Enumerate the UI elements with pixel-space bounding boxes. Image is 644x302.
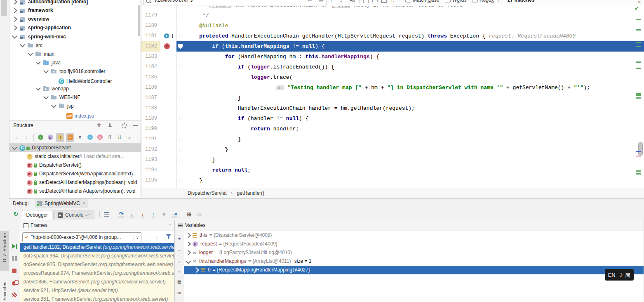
structure-item[interactable]: msetDetectAllHandlerAdapters(boolean): v… bbox=[9, 187, 141, 196]
force-step-into-icon[interactable]: ↓ bbox=[138, 210, 148, 219]
project-tree-item[interactable]: webapp bbox=[9, 84, 141, 93]
words-label[interactable]: Words bbox=[452, 0, 466, 5]
line-number[interactable]: 1179 bbox=[141, 10, 160, 21]
structure-group-by-defining-type-icon[interactable]: Y bbox=[76, 133, 84, 142]
code-line[interactable]: 1185 logger.trace( bbox=[141, 72, 644, 83]
chevron-down-icon[interactable] bbox=[12, 33, 17, 39]
project-tree-item[interactable]: CHelloWorldController bbox=[9, 76, 141, 84]
structure-show-properties-icon[interactable]: p bbox=[46, 133, 54, 142]
structure-show-inherited-icon[interactable]: ↑ bbox=[36, 133, 45, 142]
structure-expand-all-icon[interactable]: ⇈ bbox=[106, 133, 114, 142]
filter-icon[interactable]: Ab bbox=[350, 0, 355, 5]
breadcrumb-class[interactable]: DispatcherServlet bbox=[188, 190, 227, 196]
chevron-down-icon[interactable] bbox=[35, 85, 41, 91]
match-marker[interactable] bbox=[636, 19, 641, 20]
variable-row[interactable]: prequest= {RequestFacade@4009} bbox=[184, 240, 644, 248]
tab-console[interactable]: Console →* bbox=[53, 210, 94, 219]
structure-item[interactable]: mDispatcherServlet() bbox=[9, 161, 141, 170]
chevron-right-icon[interactable] bbox=[12, 25, 17, 31]
fold-marker-icon[interactable] bbox=[178, 147, 183, 152]
navigate-execution-icon[interactable] bbox=[164, 33, 169, 38]
chevron-down-icon[interactable] bbox=[12, 145, 17, 150]
project-tree-item[interactable]: overview bbox=[9, 15, 141, 24]
regex-checkbox[interactable] bbox=[472, 0, 478, 2]
chevron-right-icon[interactable] bbox=[186, 241, 191, 247]
collapse-all-icon[interactable]: ⇊ bbox=[108, 120, 112, 131]
caret-marker[interactable] bbox=[636, 151, 641, 152]
expand-all-icon[interactable]: ⇈ bbox=[97, 120, 101, 131]
fold-marker-icon[interactable] bbox=[178, 116, 183, 121]
regex-label[interactable]: Regex bbox=[479, 0, 494, 5]
line-number[interactable]: 1186 bbox=[141, 83, 160, 93]
project-tree-item[interactable]: JSPindex.jsp bbox=[9, 110, 141, 119]
code-line[interactable]: 1191 } bbox=[141, 134, 644, 144]
hide-panel-icon[interactable]: — bbox=[133, 120, 138, 131]
settings-menu-icon[interactable] bbox=[102, 210, 112, 219]
add-watch-icon[interactable]: + bbox=[175, 236, 184, 242]
step-over-icon[interactable]: ↷ bbox=[116, 210, 126, 219]
match-marker[interactable] bbox=[636, 46, 641, 47]
search-field[interactable]: ↩ ⊗ bbox=[143, 0, 327, 5]
chevron-down-icon[interactable] bbox=[186, 259, 191, 264]
chevron-down-icon[interactable] bbox=[51, 103, 56, 108]
stripe-button-favorites[interactable]: 2: Favorites bbox=[0, 280, 9, 302]
chevron-right-icon[interactable] bbox=[194, 267, 199, 273]
match-marker[interactable] bbox=[636, 61, 641, 63]
panel-menu-icon[interactable] bbox=[178, 224, 183, 227]
project-tree-item[interactable]: spring-application bbox=[9, 24, 141, 32]
stack-frame-row[interactable]: doDispatch:964, DispatcherServlet (org.s… bbox=[20, 252, 174, 260]
hide-frames-filter-icon[interactable] bbox=[166, 234, 171, 239]
line-number[interactable]: 1193 bbox=[141, 155, 160, 165]
project-scrollbar[interactable] bbox=[138, 5, 140, 36]
fold-marker-icon[interactable] bbox=[178, 137, 183, 142]
stack-frame-row[interactable]: getHandler:1182, DispatcherServlet (org.… bbox=[20, 243, 174, 252]
move-watch-down-icon[interactable]: ▼ bbox=[175, 269, 184, 275]
clear-icon[interactable]: ⊗ bbox=[319, 0, 323, 5]
project-tree-item[interactable]: spring-web-mvc bbox=[9, 32, 141, 41]
code-line[interactable]: 1186 o: "Testing handler map [" + hm + "… bbox=[141, 83, 644, 93]
match-marker[interactable] bbox=[636, 97, 641, 99]
code-line[interactable]: 1189 if (handler != null) { bbox=[141, 113, 644, 124]
debug-session-tab[interactable]: SpringWebMVC × bbox=[35, 199, 88, 208]
regex-help-icon[interactable]: ? bbox=[497, 0, 500, 5]
chevron-down-icon[interactable] bbox=[28, 51, 33, 56]
project-tree-item[interactable]: autoconfiguration [demo] bbox=[9, 0, 141, 6]
prev-frame-icon[interactable]: ↑ bbox=[145, 234, 148, 240]
search-input[interactable] bbox=[153, 0, 303, 5]
chevron-down-icon[interactable] bbox=[43, 68, 49, 73]
chevron-down-icon[interactable] bbox=[35, 59, 41, 65]
show-watches-icon[interactable]: ∞ bbox=[175, 290, 184, 296]
variable-row[interactable]: ∞this.handlerMappings= {ArrayList@4011}s… bbox=[184, 257, 644, 266]
evaluate-expression-icon[interactable]: ⊞ bbox=[184, 210, 194, 219]
fold-marker-icon[interactable] bbox=[178, 33, 183, 39]
prev-occurrence-icon[interactable]: ↑ bbox=[330, 0, 333, 5]
gear-icon[interactable] bbox=[122, 120, 127, 131]
stripe-button-structure[interactable]: 7: Structure bbox=[0, 231, 9, 271]
structure-collapse-all-icon[interactable]: ⇊ bbox=[115, 133, 124, 142]
line-number[interactable]: 1194 bbox=[141, 165, 160, 175]
chevron-right-icon[interactable] bbox=[12, 0, 17, 5]
breakpoint-marker[interactable] bbox=[636, 156, 641, 157]
code-line[interactable]: 1184 if (logger.isTraceEnabled()) { bbox=[141, 62, 644, 72]
code-line[interactable]: 1192 } bbox=[141, 144, 644, 155]
run-to-cursor-icon[interactable]: ⇥ bbox=[170, 210, 180, 219]
rerun-icon[interactable]: ↻ bbox=[13, 211, 19, 217]
move-watch-up-icon[interactable]: ▲ bbox=[175, 259, 184, 265]
structure-show-lambdas-icon[interactable]: λ bbox=[96, 133, 104, 142]
fold-marker-icon[interactable] bbox=[178, 54, 183, 59]
code-line[interactable]: 1180 @Nullable bbox=[141, 21, 644, 31]
structure-more-icon[interactable]: » bbox=[125, 133, 134, 142]
structure-item[interactable]: CDispatcherServlet bbox=[9, 144, 141, 152]
thread-dropdown[interactable]: ✓ "http-bio-8080-exec-3"@4,006 in group.… bbox=[22, 232, 141, 242]
match-marker[interactable] bbox=[636, 173, 641, 175]
project-tree-item[interactable]: WEB-INF bbox=[9, 93, 141, 101]
sort-icon[interactable]: ↑, bbox=[390, 0, 395, 5]
structure-show-interfaces-icon[interactable]: ○ bbox=[86, 133, 94, 142]
code-line[interactable]: 1187 } bbox=[141, 93, 644, 103]
structure-item[interactable]: msetDetectAllHandlerMappings(boolean): v… bbox=[9, 178, 141, 187]
breadcrumb-method[interactable]: getHandler() bbox=[237, 190, 264, 196]
fold-marker-icon[interactable] bbox=[178, 178, 183, 183]
project-tree-item[interactable]: src bbox=[9, 41, 141, 50]
code-line[interactable]: 1194 return null; bbox=[141, 165, 644, 175]
match-case-checkbox[interactable] bbox=[405, 0, 411, 2]
